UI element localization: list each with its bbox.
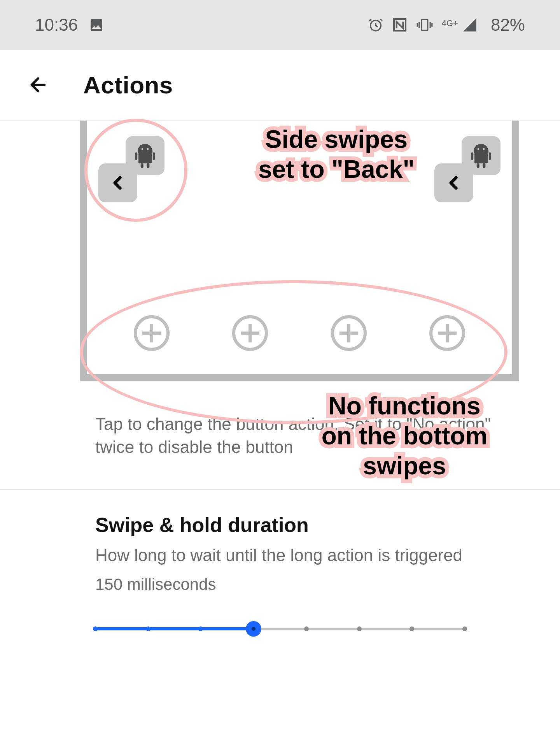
svg-rect-13 xyxy=(477,163,480,168)
svg-rect-12 xyxy=(489,153,491,160)
swipe-hold-section[interactable]: Swipe & hold duration How long to wait u… xyxy=(0,490,560,637)
preview-panel: Side swipes set to "Back" Side swipes se… xyxy=(80,121,519,381)
svg-point-8 xyxy=(142,148,144,150)
back-chevron-icon xyxy=(98,163,137,202)
picture-icon xyxy=(89,17,104,33)
section-value: 150 milliseconds xyxy=(95,575,465,594)
svg-rect-4 xyxy=(135,153,138,160)
network-label: 4G+ xyxy=(442,18,458,28)
vibrate-icon xyxy=(416,17,433,33)
add-action-slot-3[interactable] xyxy=(331,315,367,351)
section-title: Swipe & hold duration xyxy=(95,513,465,537)
back-arrow-icon[interactable] xyxy=(27,74,49,96)
duration-slider[interactable] xyxy=(95,621,465,637)
right-edge-action[interactable] xyxy=(434,136,500,202)
add-action-slot-1[interactable] xyxy=(134,315,170,351)
svg-rect-2 xyxy=(422,19,428,30)
svg-rect-6 xyxy=(141,163,144,168)
app-bar: Actions xyxy=(0,50,560,121)
section-subtitle: How long to wait until the long action i… xyxy=(95,544,465,567)
add-action-slot-2[interactable] xyxy=(232,315,268,351)
svg-rect-5 xyxy=(153,153,155,160)
svg-rect-14 xyxy=(483,163,485,168)
helper-text: Tap to change the button action. Set it … xyxy=(95,412,517,459)
device-frame xyxy=(80,121,519,381)
svg-rect-11 xyxy=(471,153,474,160)
nfc-icon xyxy=(392,17,408,33)
status-bar: 10:36 4G+ 82% xyxy=(0,0,560,50)
svg-point-9 xyxy=(147,148,149,150)
back-chevron-icon xyxy=(434,163,473,202)
svg-point-15 xyxy=(478,148,480,150)
page-title: Actions xyxy=(83,71,173,99)
status-time: 10:36 xyxy=(35,15,78,35)
alarm-icon xyxy=(368,17,383,33)
signal-icon xyxy=(461,17,478,33)
svg-rect-3 xyxy=(138,153,152,163)
left-edge-action[interactable] xyxy=(98,136,164,202)
svg-rect-10 xyxy=(474,153,488,163)
battery-percent: 82% xyxy=(491,15,525,35)
svg-rect-7 xyxy=(147,163,149,168)
bottom-action-row xyxy=(87,315,512,351)
add-action-slot-4[interactable] xyxy=(429,315,465,351)
svg-point-16 xyxy=(483,148,485,150)
